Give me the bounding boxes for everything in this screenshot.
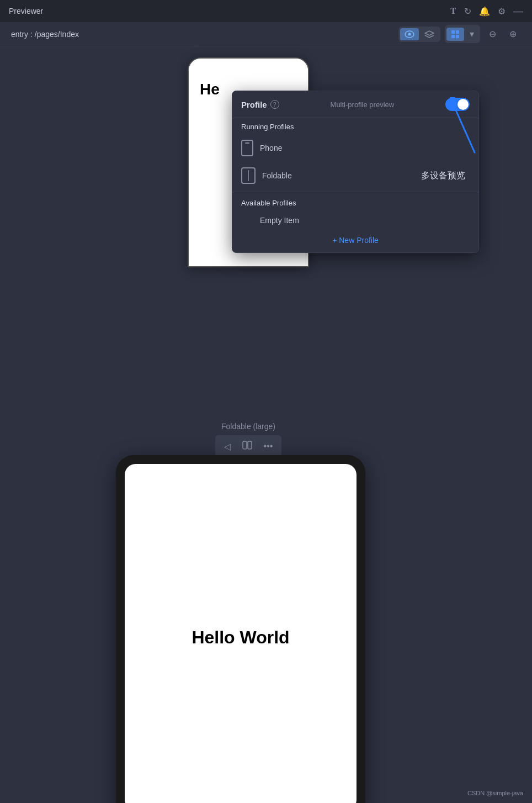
svg-rect-6 bbox=[451, 35, 455, 38]
available-profiles-label: Available Profiles bbox=[232, 194, 478, 210]
new-profile-section: + New Profile bbox=[232, 230, 478, 252]
foldable-fold-button[interactable] bbox=[237, 437, 257, 455]
phone-device-icon bbox=[241, 140, 253, 156]
foldable-frame: Hello World bbox=[116, 455, 365, 803]
foldable-screen: Hello World bbox=[125, 464, 357, 803]
bell-icon[interactable]: 🔔 bbox=[479, 6, 490, 17]
layers-button[interactable] bbox=[420, 28, 439, 40]
svg-rect-9 bbox=[243, 441, 247, 449]
eye-button[interactable] bbox=[400, 28, 419, 40]
svg-rect-4 bbox=[451, 30, 455, 34]
refresh-icon[interactable]: ↻ bbox=[464, 6, 471, 17]
breadcrumb: entry : /pages/Index bbox=[11, 30, 79, 39]
zoom-in-button[interactable]: ⊕ bbox=[505, 27, 521, 41]
toolbar-right: ▾ ⊖ ⊕ bbox=[398, 25, 521, 43]
minimize-icon[interactable]: — bbox=[513, 6, 523, 17]
settings-icon[interactable]: ⚙ bbox=[498, 6, 506, 17]
svg-line-3 bbox=[413, 33, 414, 34]
zoom-out-button[interactable]: ⊖ bbox=[485, 27, 501, 41]
watermark: CSDN @simple-java bbox=[467, 790, 523, 796]
help-icon[interactable]: ? bbox=[270, 100, 279, 109]
hello-world-text: Hello World bbox=[191, 627, 289, 648]
foldable-back-button[interactable]: ◁ bbox=[220, 439, 235, 454]
font-icon[interactable]: 𝐓 bbox=[450, 6, 456, 16]
toolbar-left: entry : /pages/Index bbox=[11, 30, 79, 39]
new-profile-button[interactable]: + New Profile bbox=[332, 236, 379, 245]
profile-label-group: Profile ? bbox=[241, 100, 279, 109]
foldable-profile-item[interactable]: Foldable 多设备预览 bbox=[232, 162, 478, 189]
foldable-device-label: Foldable (large) bbox=[221, 422, 275, 431]
foldable-controls: ◁ ••• bbox=[215, 435, 282, 457]
hello-partial-text: He bbox=[200, 81, 220, 98]
svg-rect-5 bbox=[456, 30, 459, 34]
chevron-down-button[interactable]: ▾ bbox=[465, 27, 478, 41]
foldable-profile-name: Foldable bbox=[262, 171, 292, 180]
toolbar: entry : /pages/Index bbox=[0, 22, 532, 46]
phone-profile-item[interactable]: Phone bbox=[232, 134, 478, 162]
multi-profile-label: Multi-profile preview bbox=[331, 101, 395, 109]
grid-button[interactable] bbox=[446, 28, 464, 41]
svg-point-1 bbox=[408, 33, 411, 35]
divider bbox=[232, 192, 478, 192]
title-bar-left: Previewer bbox=[9, 7, 43, 15]
foldable-label-area: Foldable (large) ◁ ••• bbox=[121, 422, 375, 457]
view-btn-group bbox=[398, 27, 440, 42]
multi-profile-toggle[interactable] bbox=[445, 98, 470, 111]
foldable-device-icon bbox=[241, 167, 256, 184]
toggle-knob bbox=[457, 99, 469, 110]
title-bar-icons: 𝐓 ↻ 🔔 ⚙ — bbox=[450, 6, 523, 17]
empty-item[interactable]: Empty Item bbox=[232, 210, 478, 230]
foldable-device-preview: Hello World bbox=[116, 455, 365, 803]
svg-rect-10 bbox=[248, 441, 252, 449]
svg-rect-7 bbox=[456, 35, 459, 38]
app-title: Previewer bbox=[9, 7, 43, 15]
profile-label: Profile bbox=[241, 100, 267, 109]
layout-btn-group: ▾ bbox=[445, 25, 480, 43]
running-profiles-label: Running Profiles bbox=[232, 118, 478, 134]
dropdown-header: Profile ? Multi-profile preview bbox=[232, 91, 478, 118]
phone-profile-name: Phone bbox=[260, 144, 282, 152]
dropdown-panel: Profile ? Multi-profile preview Running … bbox=[232, 91, 479, 253]
multi-device-chinese-label: 多设备预览 bbox=[421, 170, 465, 182]
main-content: He Profile ? Multi-profile preview Runni bbox=[0, 46, 532, 803]
foldable-more-button[interactable]: ••• bbox=[259, 439, 278, 453]
title-bar: Previewer 𝐓 ↻ 🔔 ⚙ — bbox=[0, 0, 532, 22]
